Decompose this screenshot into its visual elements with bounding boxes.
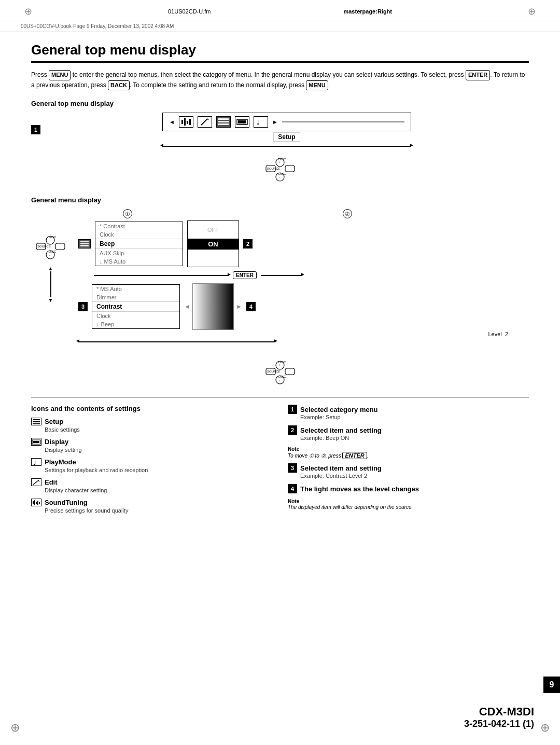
selected-cat-title: Selected category menu <box>300 406 378 413</box>
right-num-4: 4 <box>288 484 297 493</box>
svg-text:+: + <box>279 160 281 163</box>
section-divider <box>31 397 529 397</box>
intro-paragraph: Press MENU to enter the general top menu… <box>31 70 529 90</box>
right-num-2: 2 <box>288 425 297 435</box>
svg-rect-44 <box>33 423 40 424</box>
corner-mark-bl: ⊕ <box>10 721 20 735</box>
circle-1-label: ① <box>94 209 161 218</box>
display-desc: Display setting <box>31 447 272 453</box>
menu-icon-soundtuning <box>179 116 193 128</box>
svg-text:SOURCE: SOURCE <box>267 167 281 170</box>
svg-rect-3 <box>189 119 191 125</box>
enter-key: ENTER <box>466 70 490 80</box>
svg-rect-51 <box>34 500 35 505</box>
bottom-arrow-row: ◄ ► <box>78 341 275 342</box>
back-key: BACK <box>108 80 130 91</box>
second-menu-row: 3 * MS Auto Dimmer Contrast Clock ↓ Beep… <box>78 283 529 330</box>
svg-text:+: + <box>279 363 281 366</box>
selected-item-1: 2 Selected item and setting Example: Bee… <box>288 425 529 441</box>
display-title: Display <box>45 438 68 446</box>
svg-rect-6 <box>218 118 229 120</box>
svg-text:-: - <box>279 176 280 179</box>
svg-line-4 <box>201 119 207 125</box>
display-icon <box>31 438 41 446</box>
diagram-num-1: 1 <box>31 125 40 134</box>
menu-icon-edit <box>198 116 212 128</box>
menu-key: MENU <box>49 70 71 80</box>
page-subheader: 00US+00COV-U.book Page 9 Friday, Decembe… <box>0 21 560 32</box>
svg-text:♩: ♩ <box>33 460 36 465</box>
icons-left-column: Icons and the contents of settings Setup… <box>31 405 272 519</box>
corner-mark-br: ⊕ <box>540 721 550 735</box>
menu-value-panel: OFF ON <box>187 220 239 267</box>
level-label: Level 2 <box>78 331 529 337</box>
menu-icon-setup-selected <box>216 116 231 128</box>
selected-item1-title: Selected item and setting <box>300 426 382 434</box>
menu-list-2: * MS Auto Dimmer Contrast Clock ↓ Beep <box>92 284 180 329</box>
light-moves-title: The light moves as the level changes <box>300 485 419 493</box>
selected-item-3: 3 Selected item and setting Example: Con… <box>288 463 529 479</box>
svg-text:SOURCE: SOURCE <box>37 245 51 248</box>
page-footer: CDX-M3DI 3-251-042-11 (1) <box>464 705 534 729</box>
edit-icon <box>31 478 41 486</box>
svg-rect-50 <box>33 501 34 504</box>
main-content: General top menu display Press MENU to e… <box>0 32 560 529</box>
selected-item1-example: Example: Beep ON <box>288 435 529 441</box>
model-number: CDX-M3DI <box>464 705 534 719</box>
setup-desc: Basic settings <box>31 426 272 433</box>
note-1-label: Note <box>288 446 299 452</box>
corner-mark-tr: ⊕ <box>525 4 539 19</box>
soundtuning-desc: Precise settings for sound quality <box>31 507 272 514</box>
svg-rect-26 <box>55 243 65 250</box>
selected-category-item: 1 Selected category menu Example: Setup <box>288 405 529 420</box>
playmode-desc: Settings for playback and radio receptio… <box>31 467 272 473</box>
controller-diagram-2-right: DISC + SOURCE DISC - <box>261 355 300 389</box>
svg-rect-0 <box>181 120 183 124</box>
page-number-badge: 9 <box>543 677 560 693</box>
note-1-text: To move ① to ②, press ENTER. <box>288 453 369 459</box>
edit-title: Edit <box>45 478 58 486</box>
svg-rect-10 <box>238 120 246 123</box>
menu-icon-display <box>235 116 249 128</box>
icon-item-display: Display Display setting <box>31 438 272 453</box>
svg-line-5 <box>207 119 208 120</box>
svg-rect-1 <box>184 118 186 126</box>
svg-rect-30 <box>80 241 89 242</box>
controller-diagram-2-left: DISC + SOURCE DISC - <box>31 230 70 264</box>
note-1: Note To move ① to ②, press ENTER. <box>288 446 529 459</box>
circle-2-label: ② <box>165 209 529 218</box>
icon-item-playmode: ♩ PlayMode Settings for playback and rad… <box>31 458 272 473</box>
setup-title: Setup <box>45 418 63 425</box>
svg-text:-: - <box>279 379 280 382</box>
diagram-num-3: 3 <box>78 302 88 311</box>
page-header: ⊕ 01US02CD-U.fm masterpage:Right ⊕ <box>0 0 560 21</box>
selected-item3-title: Selected item and setting <box>300 464 382 472</box>
svg-rect-54 <box>39 502 40 504</box>
level-control: ◄ ► <box>184 283 242 330</box>
icons-section: Icons and the contents of settings Setup… <box>31 405 529 519</box>
selected-item3-example: Example: Contrast Level 2 <box>288 473 529 479</box>
svg-rect-52 <box>36 502 37 504</box>
controller-diagram-1: DISC + SOURCE DISC - <box>261 152 300 186</box>
svg-text:-: - <box>49 254 50 257</box>
svg-text:♩: ♩ <box>257 118 260 126</box>
edit-desc: Display character setting <box>31 487 272 493</box>
corner-mark-tl: ⊕ <box>21 4 35 19</box>
svg-rect-38 <box>285 368 295 375</box>
svg-rect-46 <box>33 441 39 443</box>
svg-line-48 <box>33 480 38 485</box>
svg-text:DISC: DISC <box>278 172 286 175</box>
setup-icon <box>31 418 41 425</box>
menu-icon-playmode: ♩ <box>254 116 268 128</box>
playmode-title: PlayMode <box>45 458 76 466</box>
svg-rect-53 <box>37 501 38 505</box>
svg-text:+: + <box>49 238 51 241</box>
svg-rect-43 <box>33 421 40 422</box>
section2-heading: General menu display <box>31 196 529 204</box>
light-moves-item: 4 The light moves as the level changes <box>288 484 529 493</box>
svg-rect-7 <box>218 121 229 122</box>
menu-panels-area: ① ② * Contrast Clock Beep AUX Skip <box>78 209 529 347</box>
icon-item-edit: Edit Display character setting <box>31 478 272 493</box>
svg-text:SOURCE: SOURCE <box>267 370 281 373</box>
note-2-label: Note <box>288 499 299 504</box>
